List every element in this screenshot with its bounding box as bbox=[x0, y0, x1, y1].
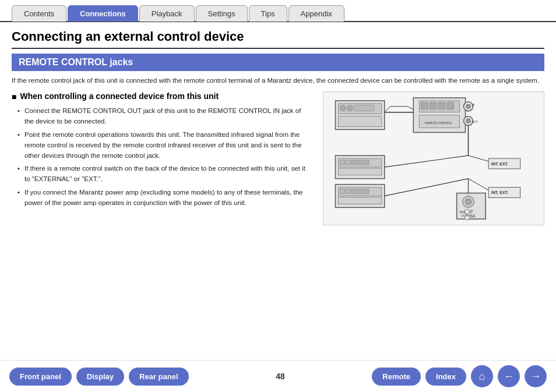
svg-line-51 bbox=[385, 179, 469, 196]
back-arrow-icon: ← bbox=[504, 370, 514, 383]
diagram-box: REMOTE CONTROL IN OUT bbox=[323, 91, 544, 225]
svg-rect-19 bbox=[338, 116, 381, 127]
content-layout: When controlling a connected device from… bbox=[12, 91, 544, 225]
bullet-item-1: Connect the REMOTE CONTROL OUT jack of t… bbox=[16, 106, 311, 127]
svg-text:OUT: OUT bbox=[471, 121, 477, 123]
index-button[interactable]: Index bbox=[425, 368, 466, 386]
svg-rect-18 bbox=[354, 105, 374, 111]
front-panel-button[interactable]: Front panel bbox=[9, 368, 72, 386]
svg-rect-17 bbox=[347, 105, 353, 111]
svg-text:INT. EXT.: INT. EXT. bbox=[491, 162, 508, 166]
svg-text:INT. EXT.: INT. EXT. bbox=[491, 191, 508, 195]
tab-tips[interactable]: Tips bbox=[249, 5, 287, 22]
svg-rect-27 bbox=[346, 160, 350, 165]
back-button[interactable]: ← bbox=[498, 365, 520, 387]
intro-text: If the remote control jack of this unit … bbox=[12, 76, 544, 86]
section-header: REMOTE CONTROL jacks bbox=[12, 54, 544, 71]
svg-rect-2 bbox=[421, 103, 428, 110]
svg-rect-29 bbox=[338, 168, 381, 175]
svg-rect-28 bbox=[351, 160, 369, 165]
svg-text:OUT: OUT bbox=[470, 216, 476, 218]
svg-rect-5 bbox=[447, 103, 454, 110]
svg-rect-4 bbox=[438, 103, 445, 110]
text-section: When controlling a connected device from… bbox=[12, 91, 311, 211]
home-icon: ⌂ bbox=[479, 370, 485, 383]
svg-text:IN: IN bbox=[471, 104, 474, 107]
rear-panel-button[interactable]: Rear panel bbox=[129, 368, 188, 386]
bullet-item-4: If you connect the Marantz power amp (ex… bbox=[16, 188, 311, 209]
tab-appendix[interactable]: Appendix bbox=[288, 5, 344, 22]
nav-tabs: Contents Connections Playback Settings T… bbox=[0, 0, 556, 22]
svg-point-45 bbox=[465, 209, 470, 214]
remote-button[interactable]: Remote bbox=[372, 368, 421, 386]
svg-line-21 bbox=[385, 107, 390, 112]
svg-rect-16 bbox=[340, 105, 346, 111]
tab-playback[interactable]: Playback bbox=[139, 5, 195, 22]
bottom-nav: Front panel Display Rear panel 48 Remote… bbox=[0, 360, 556, 392]
svg-rect-35 bbox=[346, 189, 350, 194]
svg-line-23 bbox=[407, 107, 413, 110]
subsection-title: When controlling a connected device from… bbox=[12, 91, 311, 101]
tab-settings[interactable]: Settings bbox=[196, 5, 248, 22]
svg-text:REMOTE CONTROL: REMOTE CONTROL bbox=[425, 122, 452, 125]
svg-rect-36 bbox=[351, 189, 369, 194]
tab-connections[interactable]: Connections bbox=[68, 5, 138, 22]
svg-point-9 bbox=[466, 104, 471, 109]
home-button[interactable]: ⌂ bbox=[471, 365, 493, 387]
svg-line-54 bbox=[468, 179, 488, 190]
main-content: Connecting an external control device RE… bbox=[0, 22, 556, 231]
svg-rect-3 bbox=[430, 103, 437, 110]
forward-arrow-icon: → bbox=[530, 370, 541, 383]
svg-rect-26 bbox=[340, 160, 344, 165]
svg-point-12 bbox=[466, 119, 471, 123]
tab-contents[interactable]: Contents bbox=[12, 5, 66, 22]
diagram-section: REMOTE CONTROL IN OUT bbox=[323, 91, 544, 225]
svg-line-50 bbox=[385, 156, 469, 167]
svg-point-42 bbox=[466, 199, 471, 205]
forward-button[interactable]: → bbox=[525, 365, 547, 387]
svg-rect-34 bbox=[340, 189, 344, 194]
bullet-item-2: Point the remote control operations towa… bbox=[16, 130, 311, 161]
svg-point-47 bbox=[465, 216, 470, 220]
svg-line-53 bbox=[468, 156, 488, 161]
bullet-list: Connect the REMOTE CONTROL OUT jack of t… bbox=[12, 106, 311, 208]
bullet-item-3: If there is a remote control switch on t… bbox=[16, 164, 311, 185]
svg-text:IN: IN bbox=[470, 209, 473, 212]
page-title: Connecting an external control device bbox=[12, 29, 544, 49]
svg-rect-37 bbox=[338, 197, 381, 204]
connection-diagram: REMOTE CONTROL IN OUT bbox=[323, 92, 544, 225]
page-number: 48 bbox=[198, 372, 363, 381]
display-button[interactable]: Display bbox=[76, 368, 124, 386]
